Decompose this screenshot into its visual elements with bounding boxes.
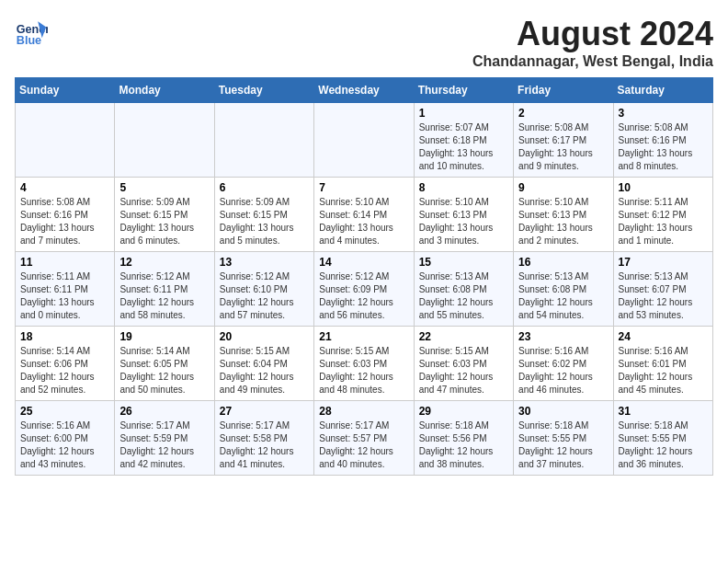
day-cell: 12Sunrise: 5:12 AMSunset: 6:11 PMDayligh… [115, 252, 214, 327]
day-info: Sunrise: 5:16 AMSunset: 6:00 PMDaylight:… [20, 419, 109, 471]
day-info: Sunrise: 5:15 AMSunset: 6:03 PMDaylight:… [419, 345, 508, 396]
day-number: 25 [20, 405, 109, 418]
subtitle: Chandannagar, West Bengal, India [472, 53, 713, 70]
day-info: Sunrise: 5:18 AMSunset: 5:55 PMDaylight:… [619, 419, 708, 471]
header-cell-monday: Monday [115, 78, 214, 103]
day-info: Sunrise: 5:07 AMSunset: 6:18 PMDaylight:… [419, 121, 508, 173]
day-number: 31 [619, 405, 708, 418]
day-number: 22 [419, 330, 508, 343]
day-info: Sunrise: 5:17 AMSunset: 5:58 PMDaylight:… [220, 419, 309, 471]
day-number: 8 [419, 181, 508, 194]
day-cell: 22Sunrise: 5:15 AMSunset: 6:03 PMDayligh… [414, 327, 513, 401]
header-cell-tuesday: Tuesday [214, 78, 313, 103]
day-cell: 9Sunrise: 5:10 AMSunset: 6:13 PMDaylight… [514, 178, 613, 252]
day-cell: 7Sunrise: 5:10 AMSunset: 6:14 PMDaylight… [314, 178, 414, 252]
day-cell: 16Sunrise: 5:13 AMSunset: 6:08 PMDayligh… [514, 252, 613, 327]
day-info: Sunrise: 5:10 AMSunset: 6:13 PMDaylight:… [419, 196, 508, 247]
day-cell: 30Sunrise: 5:18 AMSunset: 5:55 PMDayligh… [514, 401, 613, 476]
day-cell: 17Sunrise: 5:13 AMSunset: 6:07 PMDayligh… [613, 252, 712, 327]
day-cell: 18Sunrise: 5:14 AMSunset: 6:06 PMDayligh… [16, 327, 115, 401]
day-number: 28 [319, 405, 408, 418]
day-cell [16, 103, 115, 178]
day-number: 21 [319, 330, 408, 343]
day-cell: 14Sunrise: 5:12 AMSunset: 6:09 PMDayligh… [314, 252, 414, 327]
header-row: SundayMondayTuesdayWednesdayThursdayFrid… [16, 78, 713, 103]
day-cell [115, 103, 214, 178]
day-cell: 15Sunrise: 5:13 AMSunset: 6:08 PMDayligh… [414, 252, 513, 327]
day-number: 1 [419, 107, 508, 120]
day-info: Sunrise: 5:13 AMSunset: 6:08 PMDaylight:… [518, 270, 608, 322]
day-number: 27 [220, 405, 309, 418]
calendar-header: SundayMondayTuesdayWednesdayThursdayFrid… [16, 78, 713, 103]
day-number: 20 [220, 330, 309, 343]
day-cell: 13Sunrise: 5:12 AMSunset: 6:10 PMDayligh… [214, 252, 313, 327]
logo-icon: General Blue [15, 15, 48, 48]
day-info: Sunrise: 5:16 AMSunset: 6:01 PMDaylight:… [619, 345, 708, 396]
day-info: Sunrise: 5:12 AMSunset: 6:11 PMDaylight:… [119, 270, 209, 322]
day-info: Sunrise: 5:16 AMSunset: 6:02 PMDaylight:… [518, 345, 608, 396]
day-cell: 6Sunrise: 5:09 AMSunset: 6:15 PMDaylight… [214, 178, 313, 252]
day-info: Sunrise: 5:12 AMSunset: 6:10 PMDaylight:… [220, 270, 309, 322]
title-block: August 2024 Chandannagar, West Bengal, I… [472, 15, 713, 70]
day-info: Sunrise: 5:17 AMSunset: 5:59 PMDaylight:… [119, 419, 209, 471]
week-row-4: 18Sunrise: 5:14 AMSunset: 6:06 PMDayligh… [16, 327, 713, 401]
day-cell: 31Sunrise: 5:18 AMSunset: 5:55 PMDayligh… [613, 401, 712, 476]
day-number: 10 [619, 181, 708, 194]
day-cell [314, 103, 414, 178]
day-number: 11 [20, 256, 109, 269]
day-number: 26 [119, 405, 209, 418]
day-info: Sunrise: 5:11 AMSunset: 6:11 PMDaylight:… [20, 270, 109, 322]
day-info: Sunrise: 5:18 AMSunset: 5:56 PMDaylight:… [419, 419, 508, 471]
day-number: 29 [419, 405, 508, 418]
day-number: 16 [518, 256, 608, 269]
day-number: 18 [20, 330, 109, 343]
page-header: General Blue August 2024 Chandannagar, W… [15, 15, 713, 70]
day-cell: 23Sunrise: 5:16 AMSunset: 6:02 PMDayligh… [514, 327, 613, 401]
day-number: 9 [518, 181, 608, 194]
day-cell [214, 103, 313, 178]
day-info: Sunrise: 5:15 AMSunset: 6:03 PMDaylight:… [319, 345, 408, 396]
day-info: Sunrise: 5:08 AMSunset: 6:17 PMDaylight:… [518, 121, 608, 173]
day-cell: 21Sunrise: 5:15 AMSunset: 6:03 PMDayligh… [314, 327, 414, 401]
day-number: 30 [518, 405, 608, 418]
day-cell: 1Sunrise: 5:07 AMSunset: 6:18 PMDaylight… [414, 103, 513, 178]
day-cell: 20Sunrise: 5:15 AMSunset: 6:04 PMDayligh… [214, 327, 313, 401]
day-cell: 25Sunrise: 5:16 AMSunset: 6:00 PMDayligh… [16, 401, 115, 476]
day-cell: 4Sunrise: 5:08 AMSunset: 6:16 PMDaylight… [16, 178, 115, 252]
day-cell: 11Sunrise: 5:11 AMSunset: 6:11 PMDayligh… [16, 252, 115, 327]
week-row-2: 4Sunrise: 5:08 AMSunset: 6:16 PMDaylight… [16, 178, 713, 252]
svg-text:Blue: Blue [17, 34, 41, 47]
header-cell-friday: Friday [514, 78, 613, 103]
day-cell: 3Sunrise: 5:08 AMSunset: 6:16 PMDaylight… [613, 103, 712, 178]
day-info: Sunrise: 5:18 AMSunset: 5:55 PMDaylight:… [518, 419, 608, 471]
day-number: 4 [20, 181, 109, 194]
day-info: Sunrise: 5:14 AMSunset: 6:05 PMDaylight:… [119, 345, 209, 396]
day-number: 24 [619, 330, 708, 343]
main-title: August 2024 [472, 15, 713, 53]
day-info: Sunrise: 5:17 AMSunset: 5:57 PMDaylight:… [319, 419, 408, 471]
day-number: 2 [518, 107, 608, 120]
logo: General Blue [15, 15, 48, 48]
day-number: 14 [319, 256, 408, 269]
day-number: 15 [419, 256, 508, 269]
header-cell-saturday: Saturday [613, 78, 712, 103]
day-info: Sunrise: 5:15 AMSunset: 6:04 PMDaylight:… [220, 345, 309, 396]
day-info: Sunrise: 5:10 AMSunset: 6:14 PMDaylight:… [319, 196, 408, 247]
week-row-1: 1Sunrise: 5:07 AMSunset: 6:18 PMDaylight… [16, 103, 713, 178]
day-cell: 10Sunrise: 5:11 AMSunset: 6:12 PMDayligh… [613, 178, 712, 252]
day-info: Sunrise: 5:12 AMSunset: 6:09 PMDaylight:… [319, 270, 408, 322]
day-info: Sunrise: 5:08 AMSunset: 6:16 PMDaylight:… [619, 121, 708, 173]
week-row-5: 25Sunrise: 5:16 AMSunset: 6:00 PMDayligh… [16, 401, 713, 476]
week-row-3: 11Sunrise: 5:11 AMSunset: 6:11 PMDayligh… [16, 252, 713, 327]
header-cell-thursday: Thursday [414, 78, 513, 103]
day-cell: 8Sunrise: 5:10 AMSunset: 6:13 PMDaylight… [414, 178, 513, 252]
day-number: 7 [319, 181, 408, 194]
day-number: 23 [518, 330, 608, 343]
day-number: 12 [119, 256, 209, 269]
day-info: Sunrise: 5:13 AMSunset: 6:08 PMDaylight:… [419, 270, 508, 322]
day-info: Sunrise: 5:11 AMSunset: 6:12 PMDaylight:… [619, 196, 708, 247]
day-cell: 5Sunrise: 5:09 AMSunset: 6:15 PMDaylight… [115, 178, 214, 252]
day-cell: 28Sunrise: 5:17 AMSunset: 5:57 PMDayligh… [314, 401, 414, 476]
day-number: 19 [119, 330, 209, 343]
day-cell: 24Sunrise: 5:16 AMSunset: 6:01 PMDayligh… [613, 327, 712, 401]
